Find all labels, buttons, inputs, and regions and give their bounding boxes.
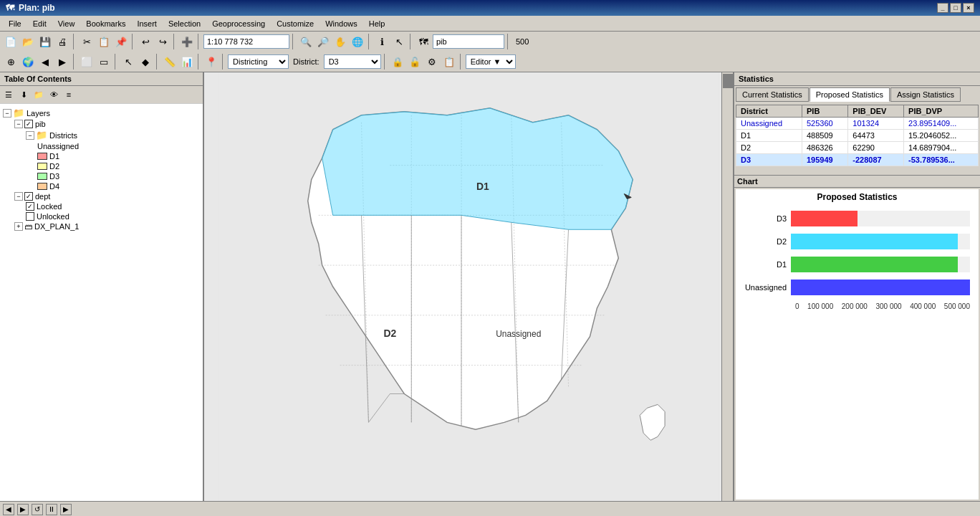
- x-label-5: 500 000: [944, 302, 970, 310]
- table-row-d3[interactable]: D3 195949 -228087 -53.789536...: [736, 154, 979, 166]
- unlocked-checkbox[interactable]: [26, 212, 34, 221]
- menu-view[interactable]: View: [52, 18, 81, 29]
- maximize-button[interactable]: □: [950, 3, 961, 13]
- expand-pib[interactable]: −: [14, 120, 23, 128]
- geocode-button[interactable]: 📍: [203, 54, 219, 70]
- settings-button[interactable]: ⚙: [424, 54, 440, 70]
- paste-button[interactable]: 📌: [113, 34, 129, 49]
- status-play-button[interactable]: ▶: [60, 504, 72, 515]
- table-button[interactable]: 📊: [179, 54, 195, 70]
- editor-select[interactable]: Editor ▼: [466, 54, 516, 69]
- toc-source[interactable]: 📁: [32, 87, 46, 102]
- menu-geoprocessing[interactable]: Geoprocessing: [206, 18, 271, 29]
- toc-d1[interactable]: D1: [3, 151, 200, 161]
- close-button[interactable]: ×: [963, 3, 974, 13]
- map-area[interactable]: D1 D2 Unassigned: [204, 72, 733, 501]
- menu-file[interactable]: File: [3, 18, 27, 29]
- table-row[interactable]: Unassigned 525360 101324 23.8951409...: [736, 118, 979, 130]
- toc-expand[interactable]: ≡: [62, 87, 76, 102]
- pointer-button[interactable]: ↖: [120, 54, 136, 70]
- unlock-button[interactable]: 🔓: [407, 54, 423, 70]
- table-row[interactable]: D1 488509 64473 15.2046052...: [736, 130, 979, 142]
- toc-unlocked[interactable]: Unlocked: [3, 211, 200, 221]
- menu-windows[interactable]: Windows: [320, 18, 363, 29]
- status-next-button[interactable]: ▶: [17, 504, 29, 515]
- toc-districts-folder[interactable]: − 📁 Districts: [3, 129, 200, 141]
- vertex-button[interactable]: ◆: [138, 54, 153, 70]
- cut-button[interactable]: ✂: [79, 34, 95, 49]
- status-prev-button[interactable]: ◀: [3, 504, 14, 515]
- toc-locked[interactable]: Locked: [3, 201, 200, 211]
- toc-d2[interactable]: D2: [3, 161, 200, 171]
- save-button[interactable]: 💾: [37, 34, 53, 49]
- open-button[interactable]: 📂: [20, 34, 36, 49]
- lock-button[interactable]: 🔒: [390, 54, 405, 70]
- toc-unassigned[interactable]: Unassigned: [3, 141, 200, 151]
- expand-districts[interactable]: −: [26, 131, 34, 140]
- toc-d4[interactable]: D4: [3, 181, 200, 191]
- window-controls[interactable]: _ □ ×: [937, 3, 974, 13]
- measure-button[interactable]: 📏: [162, 54, 178, 70]
- undo-button[interactable]: ↩: [138, 34, 153, 49]
- tab-proposed-statistics[interactable]: Proposed Statistics: [810, 87, 890, 102]
- full-extent-button[interactable]: 🌐: [350, 34, 365, 49]
- scrollbar-thumb[interactable]: [723, 74, 733, 88]
- status-refresh-button[interactable]: ↺: [32, 504, 43, 515]
- map-name-input[interactable]: [433, 34, 504, 49]
- tab-current-statistics[interactable]: Current Statistics: [736, 87, 809, 102]
- pan-button[interactable]: ✋: [332, 34, 348, 49]
- toc-list-view[interactable]: ☰: [1, 87, 16, 102]
- zoom-out-button[interactable]: 🔎: [315, 34, 331, 49]
- toc-d3[interactable]: D3: [3, 171, 200, 181]
- locked-checkbox[interactable]: [26, 202, 34, 211]
- d1-swatch: [37, 153, 47, 160]
- full-globe-button[interactable]: 🌍: [20, 54, 36, 70]
- select-button[interactable]: ↖: [391, 34, 407, 49]
- add-data-button[interactable]: ➕: [179, 34, 195, 49]
- districting-select[interactable]: Districting: [228, 54, 289, 69]
- expand-dept[interactable]: −: [14, 192, 23, 201]
- vertical-scrollbar[interactable]: [721, 72, 733, 501]
- menu-help[interactable]: Help: [363, 18, 391, 29]
- scale-input[interactable]: [203, 34, 289, 49]
- next-extent-button[interactable]: ▶: [54, 54, 70, 70]
- pib-checkbox[interactable]: [24, 120, 33, 128]
- zoom-in-button[interactable]: 🔍: [298, 34, 314, 49]
- zoom-extent-button[interactable]: ⊕: [3, 54, 19, 70]
- status-pause-button[interactable]: ⏸: [46, 504, 57, 515]
- minimize-button[interactable]: _: [937, 3, 948, 13]
- report-button[interactable]: 📋: [441, 54, 457, 70]
- toc-dept-layer[interactable]: − dept: [3, 191, 200, 201]
- dept-checkbox[interactable]: [24, 192, 33, 201]
- toc-visibility[interactable]: 👁: [47, 87, 61, 102]
- toc-dx-plan[interactable]: + 🗃 DX_PLAN_1: [3, 221, 200, 231]
- select-features-button[interactable]: ⬜: [79, 54, 95, 70]
- map-icon[interactable]: 🗺: [415, 34, 431, 49]
- tab-assign-statistics[interactable]: Assign Statistics: [890, 87, 961, 102]
- sep14: [384, 54, 387, 70]
- menu-bookmarks[interactable]: Bookmarks: [80, 18, 131, 29]
- district-select[interactable]: D3 D1 D2 D4: [324, 54, 381, 69]
- new-button[interactable]: 📄: [3, 34, 19, 49]
- select-by-rectangle[interactable]: ▭: [96, 54, 112, 70]
- menu-customize[interactable]: Customize: [271, 18, 320, 29]
- redo-button[interactable]: ↪: [155, 34, 170, 49]
- toc-pib-layer[interactable]: − pib: [3, 119, 200, 129]
- chart-title: Proposed Statistics: [739, 192, 976, 202]
- expand-dx-plan[interactable]: +: [14, 222, 23, 231]
- expand-layers[interactable]: −: [3, 109, 11, 118]
- copy-button[interactable]: 📋: [96, 34, 112, 49]
- menu-edit[interactable]: Edit: [27, 18, 52, 29]
- chart-x-axis: 0 100 000 200 000 300 000 400 000 500 00…: [795, 302, 970, 310]
- d2-swatch: [37, 163, 47, 170]
- print-button[interactable]: 🖨: [54, 34, 70, 49]
- menu-insert[interactable]: Insert: [131, 18, 163, 29]
- toc-layers-group[interactable]: − 📁 Layers: [3, 107, 200, 119]
- table-row[interactable]: D2 486326 62290 14.6897904...: [736, 142, 979, 154]
- dept-label: dept: [35, 192, 50, 201]
- toc-drawing-order[interactable]: ⬇: [16, 87, 31, 102]
- menu-selection[interactable]: Selection: [163, 18, 206, 29]
- prev-extent-button[interactable]: ◀: [37, 54, 53, 70]
- map-svg: D1 D2 Unassigned: [204, 72, 733, 501]
- identify-button[interactable]: ℹ: [374, 34, 390, 49]
